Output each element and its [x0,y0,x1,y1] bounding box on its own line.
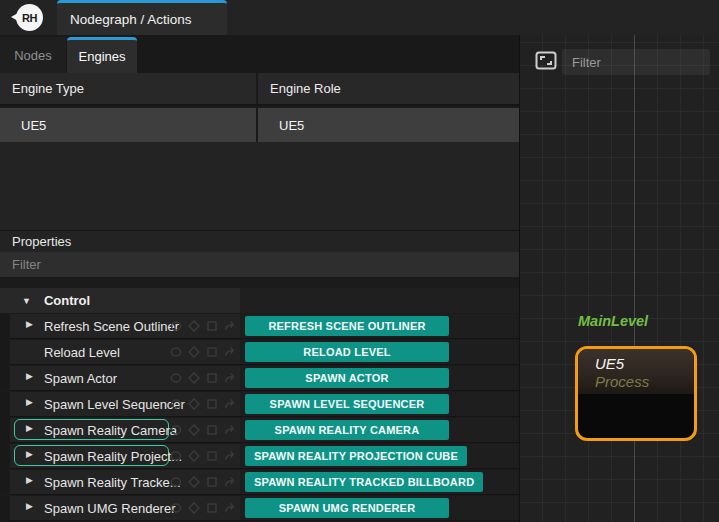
curve-arrow-icon[interactable] [224,372,237,384]
action-cell: SPAWN LEVEL SEQUENCER [240,392,519,417]
socket-icon[interactable] [170,502,182,514]
property-icons [170,346,237,358]
property-icons [170,424,237,436]
column-engine-type[interactable]: Engine Type [0,73,258,104]
property-label: Spawn Reality Project... [44,449,182,464]
property-row: ▶Spawn Reality Project...SPAWN REALITY P… [0,444,519,470]
diamond-icon[interactable] [188,502,200,514]
expand-arrow-icon[interactable]: ▶ [26,371,33,381]
action-button[interactable]: REFRESH SCENE OUTLINER [245,316,449,336]
expand-arrow-icon[interactable]: ▶ [26,475,33,485]
diamond-icon[interactable] [188,476,200,488]
node-subtitle: Process [595,373,694,390]
reality-hub-logo-icon[interactable]: RH [16,4,43,31]
expand-arrow-icon[interactable]: ▶ [26,319,33,329]
square-icon[interactable] [206,320,218,332]
property-icons [170,372,237,384]
action-cell: SPAWN ACTOR [240,366,519,391]
action-button[interactable]: SPAWN UMG RENDERER [245,498,449,518]
column-engine-role[interactable]: Engine Role [258,73,519,104]
action-button[interactable]: RELOAD LEVEL [245,342,449,362]
property-label: Spawn Actor [44,371,117,386]
row-gutter [0,314,10,339]
property-item[interactable]: ▶Spawn Reality Project... [10,444,240,469]
action-button[interactable]: SPAWN REALITY PROJECTION CUBE [245,446,467,466]
property-row: ▶Reload LevelRELOAD LEVEL [0,340,519,366]
property-item[interactable]: ▶Reload Level [10,340,240,365]
properties-header: Properties [0,230,519,252]
property-label: Refresh Scene Outliner [44,319,179,334]
socket-icon[interactable] [170,320,182,332]
engine-table-header: Engine Type Engine Role [0,73,519,106]
left-panel: Nodes Engines Engine Type Engine Role UE… [0,35,519,522]
property-row: ▶Refresh Scene OutlinerREFRESH SCENE OUT… [0,314,519,340]
property-label: Spawn Reality Tracke... [44,475,181,490]
socket-icon[interactable] [170,346,182,358]
collapse-arrow-icon[interactable]: ▼ [22,296,31,306]
panel-tabs: Nodes Engines [0,35,519,73]
tab-nodes[interactable]: Nodes [0,37,66,73]
socket-icon[interactable] [170,424,182,436]
action-cell: SPAWN REALITY PROJECTION CUBE [240,444,519,469]
property-item[interactable]: ▶Spawn UMG Renderer [10,496,240,521]
expand-arrow-icon[interactable]: ▶ [26,423,33,433]
socket-icon[interactable] [170,398,182,410]
square-icon[interactable] [206,476,218,488]
square-icon[interactable] [206,372,218,384]
property-row: ▶Spawn Reality CameraSPAWN REALITY CAMER… [0,418,519,444]
socket-icon[interactable] [170,450,182,462]
diamond-icon[interactable] [188,450,200,462]
curve-arrow-icon[interactable] [224,398,237,410]
expand-arrow-icon[interactable]: ▶ [26,397,33,407]
socket-icon[interactable] [170,476,182,488]
diamond-icon[interactable] [188,320,200,332]
row-gutter [0,340,10,365]
action-cell: SPAWN UMG RENDERER [240,496,519,521]
properties-title: Properties [12,234,71,249]
property-item[interactable]: ▶Spawn Level Sequencer [10,392,240,417]
curve-arrow-icon[interactable] [224,476,237,488]
property-item[interactable]: ▶Refresh Scene Outliner [10,314,240,339]
square-icon[interactable] [206,502,218,514]
curve-arrow-icon[interactable] [224,346,237,358]
property-row: ▶Spawn Level SequencerSPAWN LEVEL SEQUEN… [0,392,519,418]
group-row-control[interactable]: ▼ Control [0,288,519,313]
tab-engines[interactable]: Engines [67,37,137,73]
action-button[interactable]: SPAWN REALITY TRACKED BILLBOARD [245,472,483,492]
socket-icon[interactable] [170,372,182,384]
property-label: Spawn Level Sequencer [44,397,185,412]
square-icon[interactable] [206,398,218,410]
property-item[interactable]: ▶Spawn Actor [10,366,240,391]
square-icon[interactable] [206,424,218,436]
diamond-icon[interactable] [188,346,200,358]
square-icon[interactable] [206,450,218,462]
engine-node-ue5[interactable]: UE5 Process [575,346,697,441]
diamond-icon[interactable] [188,424,200,436]
curve-arrow-icon[interactable] [224,502,237,514]
property-item[interactable]: ▶Spawn Reality Tracke... [10,470,240,495]
node-title: UE5 [595,355,694,372]
expand-arrow-icon[interactable]: ▶ [26,501,33,511]
curve-arrow-icon[interactable] [224,450,237,462]
fit-view-icon[interactable] [535,49,557,76]
curve-arrow-icon[interactable] [224,320,237,332]
properties-filter-input[interactable] [0,252,519,277]
property-row: ▶Spawn Reality Tracke...SPAWN REALITY TR… [0,470,519,496]
action-button[interactable]: SPAWN REALITY CAMERA [245,420,449,440]
diamond-icon[interactable] [188,372,200,384]
tab-nodegraph-actions[interactable]: Nodegraph / Actions [57,0,227,35]
action-button[interactable]: SPAWN LEVEL SEQUENCER [245,394,449,414]
engine-table-row-selected[interactable]: UE5 UE5 [0,108,519,142]
curve-arrow-icon[interactable] [224,424,237,436]
engine-table-empty-area [0,142,519,230]
action-cell: REFRESH SCENE OUTLINER [240,314,519,339]
property-label: Spawn Reality Camera [44,423,177,438]
nodegraph-canvas[interactable]: MainLevel UE5 Process [519,35,719,522]
square-icon[interactable] [206,346,218,358]
group-label: Control [44,293,90,308]
property-item[interactable]: ▶Spawn Reality Camera [10,418,240,443]
diamond-icon[interactable] [188,398,200,410]
action-button[interactable]: SPAWN ACTOR [245,368,449,388]
expand-arrow-icon[interactable]: ▶ [26,449,33,459]
graph-filter-input[interactable] [562,49,710,75]
